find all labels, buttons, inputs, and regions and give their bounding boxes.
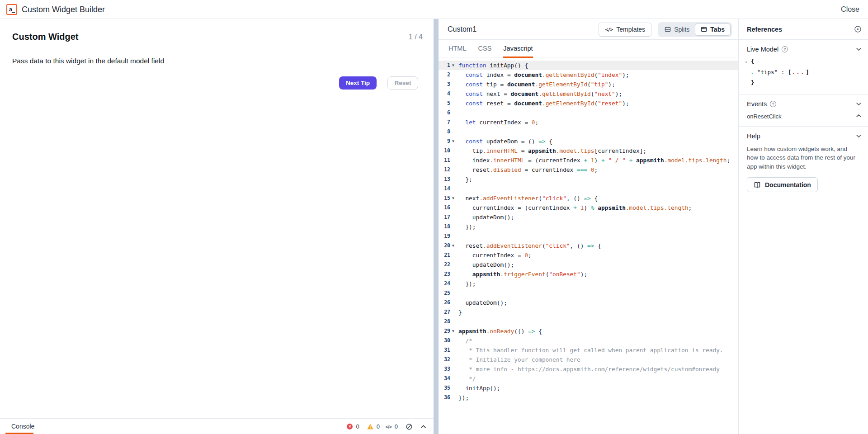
json-key: "tips"	[757, 69, 778, 75]
code-text: };	[456, 175, 472, 184]
code-line-18[interactable]: 18 });	[439, 222, 738, 231]
tabs-toggle[interactable]: Tabs	[695, 24, 731, 36]
code-line-29[interactable]: 29▼appsmith.onReady(() => {	[439, 326, 738, 336]
collapsed-array-dots: ...	[792, 69, 805, 75]
fold-spacer	[450, 355, 456, 364]
code-text: initApp();	[456, 383, 500, 393]
code-line-30[interactable]: 30 /*	[439, 336, 738, 345]
code-line-11[interactable]: 11 index.innerHTML = (currentIndex + 1) …	[439, 156, 738, 165]
code-text: const updateDom = () => {	[456, 137, 552, 146]
reset-button[interactable]: Reset	[387, 76, 418, 90]
code-line-28[interactable]: 28	[439, 317, 738, 326]
events-section: Events ? onResetClick	[739, 94, 868, 127]
line-number: 31	[439, 345, 450, 355]
code-line-12[interactable]: 12 reset.disabled = currentIndex === 0;	[439, 165, 738, 175]
code-text	[456, 317, 458, 326]
code-line-8[interactable]: 8	[439, 127, 738, 137]
code-line-32[interactable]: 32 * Initialize your component here	[439, 355, 738, 364]
fold-arrow-icon[interactable]: ▼	[450, 137, 456, 146]
fold-spacer	[450, 127, 456, 137]
code-text: tip.innerHTML = appsmith.model.tips[curr…	[456, 146, 646, 156]
code-text: next.addEventListener("click", () => {	[456, 193, 598, 203]
code-text	[456, 108, 458, 118]
fold-spacer	[450, 345, 456, 355]
code-line-9[interactable]: 9▼ const updateDom = () => {	[439, 137, 738, 146]
fold-spacer	[450, 156, 456, 165]
fold-spacer	[450, 269, 456, 279]
line-number: 23	[439, 269, 450, 279]
code-line-34[interactable]: 34 */	[439, 374, 738, 383]
tip-counter: 1 / 4	[409, 33, 423, 41]
help-circle-icon[interactable]: ?	[770, 101, 776, 107]
fold-spacer	[450, 203, 456, 212]
code-line-27[interactable]: 27}	[439, 307, 738, 317]
code-line-36[interactable]: 36});	[439, 393, 738, 402]
chevron-up-icon[interactable]	[856, 113, 862, 119]
line-number: 35	[439, 383, 450, 393]
code-line-33[interactable]: 33 * more info - https://docs.appsmith.c…	[439, 364, 738, 374]
fold-spacer	[450, 260, 456, 269]
code-line-25[interactable]: 25	[439, 288, 738, 298]
code-text: });	[456, 222, 476, 231]
event-onresetclick[interactable]: onResetClick	[739, 108, 868, 126]
code-line-24[interactable]: 24 });	[439, 279, 738, 288]
fold-arrow-icon[interactable]: ▼	[450, 61, 456, 70]
documentation-button[interactable]: Documentation	[747, 177, 818, 192]
code-line-10[interactable]: 10 tip.innerHTML = appsmith.model.tips[c…	[439, 146, 738, 156]
code-line-14[interactable]: 14	[439, 184, 738, 193]
tab-html[interactable]: HTML	[448, 40, 466, 57]
json-tips-row[interactable]: ▸"tips" : [...]	[745, 67, 868, 78]
code-text: });	[456, 393, 469, 402]
fold-arrow-icon[interactable]: ▼	[450, 241, 456, 250]
line-number: 5	[439, 99, 450, 108]
code-line-21[interactable]: 21 currentIndex = 0;	[439, 250, 738, 260]
next-tip-button[interactable]: Next Tip	[339, 76, 377, 90]
code-line-4[interactable]: 4 const next = document.getElementById("…	[439, 89, 738, 99]
code-text: * Initialize your component here	[456, 355, 580, 364]
fold-arrow-icon[interactable]: ▼	[450, 193, 456, 203]
panel-resize-handle[interactable]	[434, 19, 439, 434]
tab-javascript[interactable]: Javascript	[503, 40, 533, 57]
code-line-26[interactable]: 26 updateDom();	[439, 298, 738, 307]
code-line-7[interactable]: 7 let currentIndex = 0;	[439, 118, 738, 127]
chevron-down-icon[interactable]	[856, 46, 862, 52]
tab-css[interactable]: CSS	[478, 40, 491, 57]
code-line-15[interactable]: 15▼ next.addEventListener("click", () =>…	[439, 193, 738, 203]
code-line-23[interactable]: 23 appsmith.triggerEvent("onReset");	[439, 269, 738, 279]
code-text: currentIndex = (currentIndex + 1) % apps…	[456, 203, 692, 212]
line-number: 12	[439, 165, 450, 175]
code-line-17[interactable]: 17 updateDom();	[439, 212, 738, 222]
help-circle-icon[interactable]: ?	[782, 46, 788, 52]
code-line-35[interactable]: 35 initApp();	[439, 383, 738, 393]
code-line-31[interactable]: 31 * This handler function will get call…	[439, 345, 738, 355]
clear-logs-icon[interactable]	[406, 423, 413, 430]
eye-icon[interactable]	[854, 25, 862, 33]
line-number: 11	[439, 156, 450, 165]
line-number: 29	[439, 326, 450, 336]
code-line-1[interactable]: 1▼function initApp() {	[439, 61, 738, 70]
code-line-22[interactable]: 22 updateDom();	[439, 260, 738, 269]
code-line-20[interactable]: 20▼ reset.addEventListener("click", () =…	[439, 241, 738, 250]
code-line-13[interactable]: 13 };	[439, 175, 738, 184]
splits-toggle[interactable]: Splits	[659, 24, 695, 36]
splits-icon	[665, 26, 671, 33]
code-line-19[interactable]: 19	[439, 231, 738, 241]
code-line-3[interactable]: 3 const tip = document.getElementById("t…	[439, 80, 738, 89]
code-line-16[interactable]: 16 currentIndex = (currentIndex + 1) % a…	[439, 203, 738, 212]
code-lines[interactable]: 1▼function initApp() {2 const index = do…	[439, 58, 738, 434]
templates-button[interactable]: </> Templates	[599, 23, 651, 37]
chevron-down-icon[interactable]	[856, 101, 862, 107]
code-line-6[interactable]: 6	[439, 108, 738, 118]
chevron-up-icon[interactable]	[420, 424, 426, 429]
line-number: 8	[439, 127, 450, 137]
chevron-down-icon[interactable]	[856, 133, 862, 139]
fold-arrow-icon[interactable]: ▼	[450, 326, 456, 336]
code-line-5[interactable]: 5 const reset = document.getElementById(…	[439, 99, 738, 108]
close-button[interactable]: Close	[841, 0, 859, 19]
console-tab[interactable]: Console	[11, 419, 34, 434]
code-line-2[interactable]: 2 const index = document.getElementById(…	[439, 70, 738, 80]
line-number: 9	[439, 137, 450, 146]
json-root-row[interactable]: ▾{	[745, 57, 868, 67]
line-number: 18	[439, 222, 450, 231]
widget-preview-panel: Custom Widget 1 / 4 Pass data to this wi…	[0, 19, 434, 434]
